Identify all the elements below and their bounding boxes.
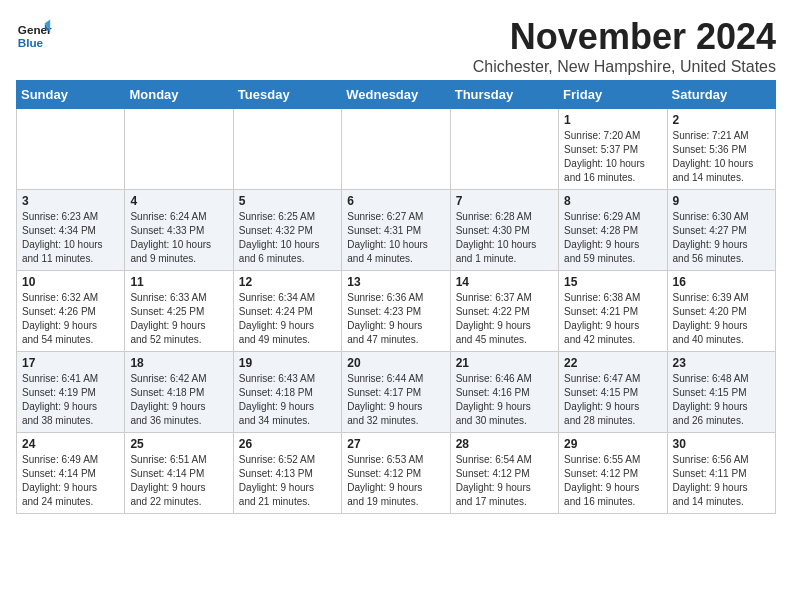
day-number: 10 <box>22 275 119 289</box>
day-info: Sunrise: 6:55 AM Sunset: 4:12 PM Dayligh… <box>564 453 661 509</box>
calendar-day-cell: 26Sunrise: 6:52 AM Sunset: 4:13 PM Dayli… <box>233 433 341 514</box>
calendar-day-cell: 21Sunrise: 6:46 AM Sunset: 4:16 PM Dayli… <box>450 352 558 433</box>
day-number: 4 <box>130 194 227 208</box>
calendar-day-cell: 16Sunrise: 6:39 AM Sunset: 4:20 PM Dayli… <box>667 271 775 352</box>
calendar-empty-cell <box>17 109 125 190</box>
calendar-week-row: 24Sunrise: 6:49 AM Sunset: 4:14 PM Dayli… <box>17 433 776 514</box>
day-number: 16 <box>673 275 770 289</box>
day-number: 20 <box>347 356 444 370</box>
day-info: Sunrise: 6:27 AM Sunset: 4:31 PM Dayligh… <box>347 210 444 266</box>
month-title: November 2024 <box>473 16 776 58</box>
day-info: Sunrise: 7:21 AM Sunset: 5:36 PM Dayligh… <box>673 129 770 185</box>
weekday-header-thursday: Thursday <box>450 81 558 109</box>
day-info: Sunrise: 6:41 AM Sunset: 4:19 PM Dayligh… <box>22 372 119 428</box>
day-number: 23 <box>673 356 770 370</box>
calendar-day-cell: 29Sunrise: 6:55 AM Sunset: 4:12 PM Dayli… <box>559 433 667 514</box>
day-info: Sunrise: 6:44 AM Sunset: 4:17 PM Dayligh… <box>347 372 444 428</box>
calendar-day-cell: 27Sunrise: 6:53 AM Sunset: 4:12 PM Dayli… <box>342 433 450 514</box>
day-info: Sunrise: 6:53 AM Sunset: 4:12 PM Dayligh… <box>347 453 444 509</box>
day-number: 15 <box>564 275 661 289</box>
day-info: Sunrise: 6:34 AM Sunset: 4:24 PM Dayligh… <box>239 291 336 347</box>
day-info: Sunrise: 6:46 AM Sunset: 4:16 PM Dayligh… <box>456 372 553 428</box>
calendar-day-cell: 2Sunrise: 7:21 AM Sunset: 5:36 PM Daylig… <box>667 109 775 190</box>
calendar-day-cell: 8Sunrise: 6:29 AM Sunset: 4:28 PM Daylig… <box>559 190 667 271</box>
calendar-day-cell: 22Sunrise: 6:47 AM Sunset: 4:15 PM Dayli… <box>559 352 667 433</box>
day-info: Sunrise: 6:29 AM Sunset: 4:28 PM Dayligh… <box>564 210 661 266</box>
weekday-header-friday: Friday <box>559 81 667 109</box>
weekday-header-row: SundayMondayTuesdayWednesdayThursdayFrid… <box>17 81 776 109</box>
day-number: 6 <box>347 194 444 208</box>
calendar-day-cell: 11Sunrise: 6:33 AM Sunset: 4:25 PM Dayli… <box>125 271 233 352</box>
title-area: November 2024 Chichester, New Hampshire,… <box>473 16 776 76</box>
weekday-header-sunday: Sunday <box>17 81 125 109</box>
day-info: Sunrise: 6:33 AM Sunset: 4:25 PM Dayligh… <box>130 291 227 347</box>
day-number: 9 <box>673 194 770 208</box>
calendar-day-cell: 28Sunrise: 6:54 AM Sunset: 4:12 PM Dayli… <box>450 433 558 514</box>
calendar-day-cell: 13Sunrise: 6:36 AM Sunset: 4:23 PM Dayli… <box>342 271 450 352</box>
day-number: 17 <box>22 356 119 370</box>
day-number: 5 <box>239 194 336 208</box>
calendar-day-cell: 10Sunrise: 6:32 AM Sunset: 4:26 PM Dayli… <box>17 271 125 352</box>
day-number: 26 <box>239 437 336 451</box>
day-info: Sunrise: 6:56 AM Sunset: 4:11 PM Dayligh… <box>673 453 770 509</box>
day-number: 1 <box>564 113 661 127</box>
day-info: Sunrise: 6:28 AM Sunset: 4:30 PM Dayligh… <box>456 210 553 266</box>
calendar-day-cell: 23Sunrise: 6:48 AM Sunset: 4:15 PM Dayli… <box>667 352 775 433</box>
day-number: 12 <box>239 275 336 289</box>
weekday-header-monday: Monday <box>125 81 233 109</box>
svg-text:Blue: Blue <box>18 36 44 49</box>
day-info: Sunrise: 6:24 AM Sunset: 4:33 PM Dayligh… <box>130 210 227 266</box>
calendar-day-cell: 19Sunrise: 6:43 AM Sunset: 4:18 PM Dayli… <box>233 352 341 433</box>
calendar-week-row: 10Sunrise: 6:32 AM Sunset: 4:26 PM Dayli… <box>17 271 776 352</box>
calendar-empty-cell <box>450 109 558 190</box>
day-number: 22 <box>564 356 661 370</box>
calendar-day-cell: 30Sunrise: 6:56 AM Sunset: 4:11 PM Dayli… <box>667 433 775 514</box>
day-number: 11 <box>130 275 227 289</box>
day-info: Sunrise: 6:23 AM Sunset: 4:34 PM Dayligh… <box>22 210 119 266</box>
day-info: Sunrise: 6:30 AM Sunset: 4:27 PM Dayligh… <box>673 210 770 266</box>
day-info: Sunrise: 6:32 AM Sunset: 4:26 PM Dayligh… <box>22 291 119 347</box>
day-number: 14 <box>456 275 553 289</box>
day-number: 28 <box>456 437 553 451</box>
day-number: 24 <box>22 437 119 451</box>
calendar-week-row: 1Sunrise: 7:20 AM Sunset: 5:37 PM Daylig… <box>17 109 776 190</box>
day-number: 21 <box>456 356 553 370</box>
day-number: 8 <box>564 194 661 208</box>
day-number: 7 <box>456 194 553 208</box>
calendar-day-cell: 17Sunrise: 6:41 AM Sunset: 4:19 PM Dayli… <box>17 352 125 433</box>
calendar-day-cell: 4Sunrise: 6:24 AM Sunset: 4:33 PM Daylig… <box>125 190 233 271</box>
day-info: Sunrise: 6:25 AM Sunset: 4:32 PM Dayligh… <box>239 210 336 266</box>
weekday-header-saturday: Saturday <box>667 81 775 109</box>
calendar-day-cell: 15Sunrise: 6:38 AM Sunset: 4:21 PM Dayli… <box>559 271 667 352</box>
location-title: Chichester, New Hampshire, United States <box>473 58 776 76</box>
calendar-week-row: 3Sunrise: 6:23 AM Sunset: 4:34 PM Daylig… <box>17 190 776 271</box>
calendar-day-cell: 6Sunrise: 6:27 AM Sunset: 4:31 PM Daylig… <box>342 190 450 271</box>
day-info: Sunrise: 6:52 AM Sunset: 4:13 PM Dayligh… <box>239 453 336 509</box>
day-info: Sunrise: 6:54 AM Sunset: 4:12 PM Dayligh… <box>456 453 553 509</box>
calendar-day-cell: 5Sunrise: 6:25 AM Sunset: 4:32 PM Daylig… <box>233 190 341 271</box>
day-info: Sunrise: 6:47 AM Sunset: 4:15 PM Dayligh… <box>564 372 661 428</box>
calendar-day-cell: 20Sunrise: 6:44 AM Sunset: 4:17 PM Dayli… <box>342 352 450 433</box>
calendar-day-cell: 9Sunrise: 6:30 AM Sunset: 4:27 PM Daylig… <box>667 190 775 271</box>
day-number: 3 <box>22 194 119 208</box>
calendar-day-cell: 14Sunrise: 6:37 AM Sunset: 4:22 PM Dayli… <box>450 271 558 352</box>
calendar-day-cell: 24Sunrise: 6:49 AM Sunset: 4:14 PM Dayli… <box>17 433 125 514</box>
page-header: General Blue November 2024 Chichester, N… <box>16 16 776 76</box>
day-number: 30 <box>673 437 770 451</box>
calendar-empty-cell <box>342 109 450 190</box>
calendar-day-cell: 7Sunrise: 6:28 AM Sunset: 4:30 PM Daylig… <box>450 190 558 271</box>
weekday-header-tuesday: Tuesday <box>233 81 341 109</box>
day-info: Sunrise: 6:37 AM Sunset: 4:22 PM Dayligh… <box>456 291 553 347</box>
day-info: Sunrise: 6:49 AM Sunset: 4:14 PM Dayligh… <box>22 453 119 509</box>
calendar-table: SundayMondayTuesdayWednesdayThursdayFrid… <box>16 80 776 514</box>
day-number: 29 <box>564 437 661 451</box>
calendar-day-cell: 1Sunrise: 7:20 AM Sunset: 5:37 PM Daylig… <box>559 109 667 190</box>
day-number: 27 <box>347 437 444 451</box>
day-info: Sunrise: 6:36 AM Sunset: 4:23 PM Dayligh… <box>347 291 444 347</box>
day-info: Sunrise: 6:48 AM Sunset: 4:15 PM Dayligh… <box>673 372 770 428</box>
calendar-day-cell: 12Sunrise: 6:34 AM Sunset: 4:24 PM Dayli… <box>233 271 341 352</box>
day-number: 18 <box>130 356 227 370</box>
day-number: 19 <box>239 356 336 370</box>
logo-icon: General Blue <box>16 16 52 52</box>
day-number: 13 <box>347 275 444 289</box>
